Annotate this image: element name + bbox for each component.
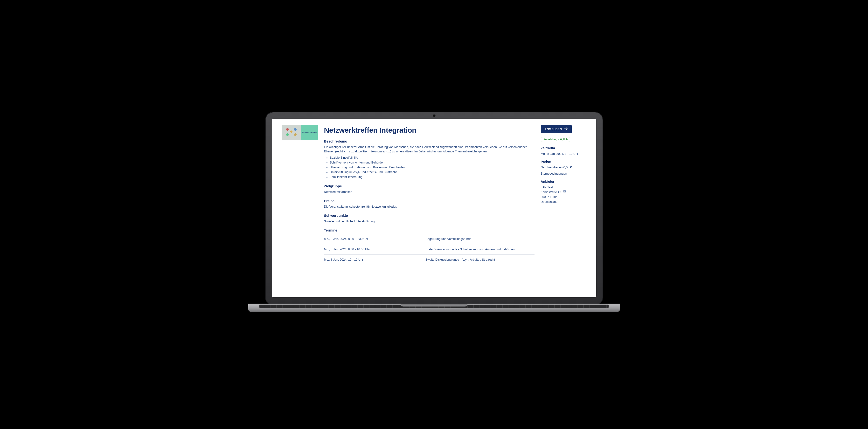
period-value: Mo., 8 Jan. 2024, 8 - 12 Uhr bbox=[541, 152, 587, 156]
thumbnail-photo bbox=[282, 125, 301, 140]
prices-value: Die Veranstaltung ist kostenfrei für Net… bbox=[324, 204, 534, 209]
event-thumbnail: Netzwerktreffen bbox=[282, 125, 318, 140]
provider-name: LAN Test bbox=[541, 185, 561, 190]
schedule-time: Mo., 8 Jan. 2024, 8:00 - 8:30 Uhr bbox=[324, 237, 421, 241]
provider-city: 36037 Fulda bbox=[541, 195, 561, 199]
svg-line-1 bbox=[564, 190, 566, 192]
page-title: Netzwerktreffen Integration bbox=[324, 125, 534, 135]
target-group-value: Netzwerkmittarbeiter bbox=[324, 190, 534, 194]
arrow-right-icon bbox=[564, 127, 568, 131]
table-row: Mo., 8 Jan. 2024, 10 - 12 Uhr Zweite Dis… bbox=[324, 255, 534, 265]
signup-button[interactable]: ANMELDEN bbox=[541, 125, 572, 133]
description-text: Ein wichtiger Teil unserer Arbeit ist di… bbox=[324, 145, 534, 154]
laptop-body: Netzwerktreffen Netzwerktreffen Integrat… bbox=[265, 112, 603, 305]
table-row: Mo., 8 Jan. 2024, 8:30 - 10:30 Uhr Erste… bbox=[324, 244, 534, 255]
schedule-time: Mo., 8 Jan. 2024, 10 - 12 Uhr bbox=[324, 258, 421, 262]
target-group-heading: Zielgruppe bbox=[324, 184, 534, 189]
side-prices-section: Preise Netztwerktreffen 0,00 € Stornobed… bbox=[541, 159, 587, 176]
sidebar: ANMELDEN Anmeldung möglich Zeitraum Mo.,… bbox=[541, 125, 587, 291]
table-row: Mo., 8 Jan. 2024, 8:00 - 8:30 Uhr Begrüß… bbox=[324, 234, 534, 244]
event-image-column: Netzwerktreffen bbox=[282, 125, 318, 291]
thumbnail-caption: Netzwerktreffen bbox=[301, 125, 318, 140]
provider-country: Deutschland bbox=[541, 200, 561, 204]
camera-icon bbox=[433, 115, 435, 117]
side-prices-value: Netztwerktreffen 0,00 € bbox=[541, 165, 587, 169]
schedule-heading: Termine bbox=[324, 228, 534, 233]
side-prices-heading: Preise bbox=[541, 159, 587, 164]
schedule-topic: Zweite Diskussionsrunde - Asyl-, Arbeits… bbox=[426, 258, 534, 262]
external-link-icon[interactable] bbox=[563, 190, 566, 194]
laptop-deck bbox=[248, 304, 620, 312]
schedule-table: Mo., 8 Jan. 2024, 8:00 - 8:30 Uhr Begrüß… bbox=[324, 234, 534, 265]
main-content: Netzwerktreffen Integration Beschreibung… bbox=[324, 125, 534, 291]
trackpad-notch bbox=[401, 304, 467, 306]
laptop-mockup: Netzwerktreffen Netzwerktreffen Integrat… bbox=[265, 112, 603, 317]
app-screen: Netzwerktreffen Netzwerktreffen Integrat… bbox=[272, 119, 596, 297]
list-item: Soziale Einzelfallhilfe bbox=[330, 156, 534, 160]
provider-heading: Anbieter bbox=[541, 179, 587, 184]
description-heading: Beschreibung bbox=[324, 139, 534, 144]
shadow bbox=[231, 313, 637, 319]
prices-heading: Preise bbox=[324, 198, 534, 203]
period-heading: Zeitraum bbox=[541, 146, 587, 151]
period-section: Zeitraum Mo., 8 Jan. 2024, 8 - 12 Uhr bbox=[541, 146, 587, 156]
schedule-time: Mo., 8 Jan. 2024, 8:30 - 10:30 Uhr bbox=[324, 247, 421, 252]
schedule-topic: Begrüßung und Vorstellungsrunde bbox=[426, 237, 534, 241]
signup-button-label: ANMELDEN bbox=[545, 128, 562, 131]
provider-section: Anbieter LAN Test Königstraße 42 36037 F… bbox=[541, 179, 587, 204]
topic-list: Soziale Einzelfallhilfe Schriftverkehr v… bbox=[324, 156, 534, 179]
list-item: Familienkonfliktberatung bbox=[330, 175, 534, 179]
status-badge: Anmeldung möglich bbox=[541, 137, 570, 142]
laptop-base bbox=[265, 304, 603, 317]
list-item: Unterstützung im Asyl- und Arbeits- und … bbox=[330, 170, 534, 174]
list-item: Schriftverkehr von Ämtern und Behörden bbox=[330, 160, 534, 165]
list-item: Übersetzung und Erklärung von Briefen un… bbox=[330, 165, 534, 169]
focus-heading: Schwerpunkte bbox=[324, 213, 534, 218]
cancellation-link[interactable]: Stornobedingungen bbox=[541, 172, 567, 175]
focus-value: Soziale und rechtliche Unterstzützung bbox=[324, 219, 534, 224]
schedule-topic: Erste Diskussionsrunde - Schriftverkehr … bbox=[426, 247, 534, 252]
provider-street: Königstraße 42 bbox=[541, 190, 561, 194]
